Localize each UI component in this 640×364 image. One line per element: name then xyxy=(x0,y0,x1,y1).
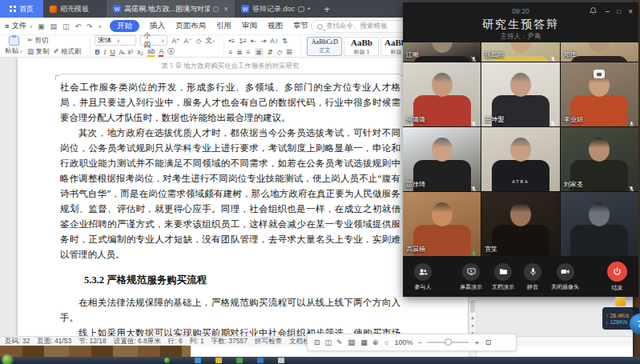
shrink-font-button[interactable]: A⁻ xyxy=(184,37,192,45)
strikethrough-button[interactable]: A̶ xyxy=(119,48,124,56)
underline-button[interactable]: U xyxy=(110,48,115,56)
clear-format-button[interactable]: ◇ xyxy=(196,37,202,45)
tab-home[interactable]: 首页 xyxy=(0,0,43,18)
style-标题 1[interactable]: AaBb标题 1 xyxy=(344,37,379,56)
tab-document-active[interactable]: W 高偌桐.地方政...困境与对策研究 × xyxy=(107,0,235,18)
video-tile[interactable] xyxy=(561,192,638,256)
prev-page-button[interactable]: ▲ xyxy=(469,314,476,321)
print-preview-icon[interactable]: ◫ xyxy=(62,22,70,30)
print-icon[interactable]: ▤ xyxy=(50,22,57,30)
scrollbar-thumb[interactable] xyxy=(470,300,475,313)
format-painter-button[interactable]: ✐ 格式刷 xyxy=(53,47,81,57)
more-icon[interactable]: ∨ xyxy=(99,23,102,29)
doc-share-button[interactable]: 文档演示 xyxy=(492,263,514,291)
two-page-view-icon[interactable]: ◫ xyxy=(325,338,332,346)
char-border-button[interactable]: Ⓐ xyxy=(167,47,175,57)
ribbon-tab-章节[interactable]: 章节 xyxy=(293,21,308,31)
ribbon-tab-页面布局[interactable]: 页面布局 xyxy=(175,21,206,31)
sort-button[interactable]: ⇅ xyxy=(282,37,288,45)
line-spacing-button[interactable]: ⇵ xyxy=(268,48,273,56)
minimize-icon[interactable]: − xyxy=(605,8,610,16)
taskbar-tray-icon[interactable] xyxy=(164,358,170,363)
new-tab-button[interactable]: + xyxy=(316,0,337,18)
bold-button[interactable]: B xyxy=(95,48,99,56)
video-tile-李业娟[interactable]: 李业娟 xyxy=(561,62,638,126)
bell-icon[interactable] xyxy=(589,6,598,17)
zoom-level[interactable]: 100% xyxy=(394,338,413,346)
paste-button[interactable]: 粘贴 ∨ xyxy=(5,36,22,56)
video-tile-苗佳琦[interactable]: 苗佳琦 xyxy=(403,127,481,191)
align-left-button[interactable]: ≡ xyxy=(228,48,232,56)
start-button[interactable] xyxy=(2,355,12,364)
screen-share-button[interactable]: 屏幕演示 xyxy=(460,263,482,291)
shading-button[interactable]: ◇ xyxy=(277,48,283,56)
zoom-slider-knob[interactable] xyxy=(445,338,452,346)
ribbon-tab-引用[interactable]: 引用 xyxy=(216,21,231,31)
taskbar-app-icon[interactable] xyxy=(195,358,201,363)
text-tools-button[interactable]: 文∨ xyxy=(205,36,215,46)
align-right-button[interactable]: ≡ xyxy=(247,48,251,56)
close-icon[interactable]: × xyxy=(628,8,633,16)
ribbon-tab-审阅[interactable]: 审阅 xyxy=(242,21,257,31)
video-tile-刘家圣[interactable]: 刘家圣 xyxy=(561,127,638,191)
participants-button[interactable]: 参与人 xyxy=(414,263,432,291)
outline-view-icon[interactable]: ⊕ xyxy=(372,338,379,346)
copy-button[interactable]: ▥ 复制 xyxy=(27,47,49,57)
ribbon-tab-插入[interactable]: 插入 xyxy=(150,21,165,31)
edit-mode-icon[interactable]: ✎ xyxy=(336,338,343,346)
superscript-button[interactable]: x² xyxy=(127,48,133,56)
bullet-list-button[interactable]: •≡ xyxy=(228,37,235,45)
video-tile-高晨楠[interactable]: 高晨楠 xyxy=(403,192,481,256)
font-name-select[interactable]: 宋体∨ xyxy=(95,35,136,46)
zoom-out-button[interactable]: − xyxy=(417,338,421,346)
italic-button[interactable]: I xyxy=(104,48,107,56)
number-list-button[interactable]: 1≡ xyxy=(239,37,247,45)
font-size-select[interactable]: 小四∨ xyxy=(140,35,167,46)
taskbar-app-icon[interactable] xyxy=(215,358,222,363)
maximize-icon[interactable]: □ xyxy=(617,9,621,15)
video-tile-张嫣熙[interactable]: 张嫣熙 xyxy=(481,42,559,62)
camera-off-button[interactable]: 关闭摄像头 xyxy=(551,263,579,291)
browse-object-button[interactable]: ● xyxy=(469,322,476,329)
increase-indent-button[interactable]: ⇥ xyxy=(260,37,266,45)
style-正文[interactable]: AaBbCcD正文 xyxy=(307,37,342,56)
borders-button[interactable]: ⊞ xyxy=(286,48,292,56)
tab-document-2[interactable]: W 答辩记录.doc • xyxy=(235,0,316,18)
eye-protect-icon[interactable]: ☼ xyxy=(383,338,389,346)
cut-button[interactable]: ✂ 剪切 xyxy=(27,36,48,46)
subscript-button[interactable]: x₂ xyxy=(137,48,143,56)
video-tile-邓怿[interactable]: 邓怿 xyxy=(561,42,638,62)
ribbon-tab-开始[interactable]: 开始 xyxy=(110,20,139,32)
video-tile[interactable]: ATRA xyxy=(481,127,559,191)
page-view-icon[interactable]: ▤ xyxy=(348,338,356,346)
video-tile-何璐璐[interactable]: 何璐璐 xyxy=(403,62,481,126)
video-tile-宜笑[interactable]: 宜笑 xyxy=(481,192,559,256)
zoom-in-button[interactable]: ＋ xyxy=(473,338,481,348)
align-center-button[interactable]: ≣ xyxy=(236,48,242,56)
video-tile-江晰[interactable]: 江晰 xyxy=(403,42,481,62)
font-color-button[interactable]: A xyxy=(159,47,163,57)
document-page[interactable]: 第 5 章 地方政府购买社会工作服务的对策研究 社会工作服务类岗位的开发，形成多… xyxy=(18,58,468,336)
file-menu[interactable]: ≡ 文件 ∨ xyxy=(5,21,33,31)
desktop-shortcut-icon[interactable] xyxy=(615,297,626,306)
undo-icon[interactable]: ↶ xyxy=(75,22,82,30)
taskbar-app-icon[interactable] xyxy=(257,358,264,363)
fullscreen-icon[interactable]: ⊡ xyxy=(314,338,320,346)
char-scale-button[interactable]: A↕ xyxy=(270,37,278,45)
tab-docer-templates[interactable]: 稻壳模板 xyxy=(43,0,95,18)
zoom-slider[interactable] xyxy=(427,342,469,343)
mute-button[interactable]: 静音 xyxy=(524,263,541,291)
fit-page-icon[interactable]: ⊡ xyxy=(485,338,492,346)
video-tile-王坤盟[interactable]: 王坤盟 xyxy=(481,62,559,126)
taskbar-app-icon[interactable] xyxy=(236,358,243,363)
web-view-icon[interactable]: ▦ xyxy=(360,338,368,346)
close-tab-icon[interactable]: × xyxy=(223,5,228,14)
decrease-indent-button[interactable]: ⇤ xyxy=(251,37,256,45)
justify-button[interactable]: ≣ xyxy=(255,48,264,56)
grow-font-button[interactable]: A⁺ xyxy=(171,37,179,45)
highlight-button[interactable]: ab xyxy=(147,47,155,57)
ribbon-tab-视图[interactable]: 视图 xyxy=(268,21,283,31)
redo-icon[interactable]: ↷ xyxy=(87,22,93,30)
taskbar-app-icon[interactable] xyxy=(278,358,284,363)
status-item[interactable]: 拼写检查 xyxy=(255,337,282,346)
